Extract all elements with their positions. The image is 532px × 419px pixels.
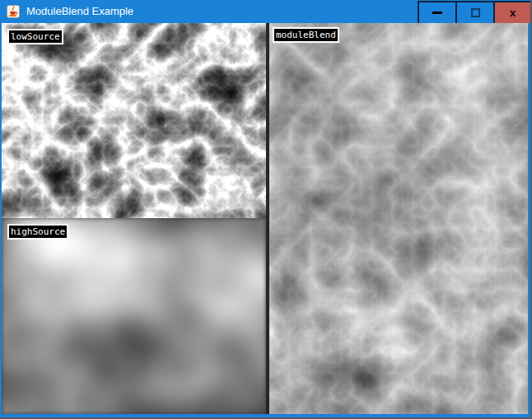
window-border-left[interactable] <box>0 23 2 414</box>
maximize-icon <box>471 8 480 17</box>
moduleBlend-label: moduleBlend <box>273 27 339 43</box>
panel-moduleBlend <box>269 23 528 414</box>
close-icon: x <box>510 7 516 18</box>
desktop-background: ModuleBlend Example x <box>0 0 532 419</box>
window-border-bottom[interactable] <box>0 414 530 417</box>
titlebar[interactable]: ModuleBlend Example x <box>0 0 530 23</box>
maximize-button[interactable] <box>455 2 493 23</box>
highSource-texture <box>2 218 266 414</box>
java-coffee-cup-icon <box>7 5 20 18</box>
panel-lowSource <box>2 23 266 218</box>
minimize-button[interactable] <box>418 2 455 23</box>
highSource-label: highSource <box>7 224 68 240</box>
lowSource-label: lowSource <box>7 29 63 44</box>
panel-highSource <box>2 218 266 414</box>
app-window: ModuleBlend Example x <box>0 0 530 417</box>
lowSource-texture <box>2 23 266 218</box>
minimize-icon <box>432 12 442 14</box>
close-button[interactable]: x <box>493 2 530 23</box>
window-controls: x <box>418 1 530 23</box>
window-border-right[interactable] <box>528 23 530 414</box>
window-title: ModuleBlend Example <box>26 0 133 23</box>
moduleBlend-texture <box>269 23 528 414</box>
